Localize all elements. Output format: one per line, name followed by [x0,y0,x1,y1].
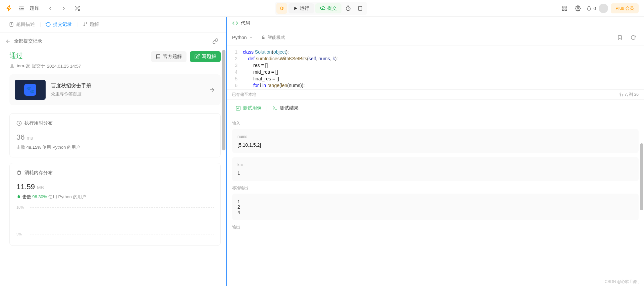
tab-description[interactable]: 题目描述 [5,19,38,29]
streak-count: 0 [593,6,596,11]
svg-rect-18 [565,6,567,8]
stdout-box: 1 2 4 [232,194,639,220]
svg-marker-11 [294,7,297,10]
svg-rect-17 [562,6,564,8]
logo[interactable] [5,4,13,12]
official-solution-button[interactable]: 官方题解 [151,51,186,62]
link-icon[interactable] [210,36,221,47]
submitted-at: 2024.01.25 14:57 [47,64,81,69]
language-select[interactable]: Python [232,35,253,40]
reset-icon[interactable] [628,32,639,43]
notes-icon[interactable] [355,3,366,14]
code-body[interactable]: class Solution(object): def sumIndicesWi… [243,49,644,87]
check-square-icon [235,105,241,111]
chevron-right-icon [209,86,215,93]
tab-test-case[interactable]: 测试用例 [232,103,265,113]
timer-icon[interactable] [343,3,354,14]
status-badge: 通过 [9,51,81,60]
svg-point-26 [11,64,13,66]
cursor-position: 行 7, 列 26 [620,92,639,97]
promo-card[interactable]: 🐾 百度秋招突击手册 众里寻你签百度 [9,74,221,105]
output-label: 输出 [232,224,639,230]
input-nums: [5,10,1,5,2] [237,142,633,148]
memory-value: 11.59 [16,183,35,191]
prev-problem-icon[interactable] [45,3,56,14]
memory-unit: MB [37,185,44,190]
code-editor[interactable]: 123456 class Solution(object): def sumIn… [227,46,644,89]
palm-icon [16,194,21,199]
left-tabs: 题目描述 | 提交记录 | 题解 [0,17,226,32]
clock-icon [16,121,22,126]
svg-rect-34 [262,37,264,39]
runtime-beats-pct: 48.15% [26,145,41,150]
svg-rect-35 [236,106,240,110]
promo-title: 百度秋招突击手册 [51,83,203,89]
tab-solutions[interactable]: 题解 [79,19,102,29]
input-label: 输入 [232,121,639,126]
baidu-paw-icon: 🐾 [24,84,36,96]
run-label: 运行 [300,5,309,11]
watermark: CSDN @心软且酷、 [604,279,641,285]
problems-link[interactable]: 题库 [30,5,40,11]
svg-rect-16 [358,6,362,10]
code-label: 代码 [241,20,250,26]
debug-icon[interactable] [276,3,287,14]
svg-rect-19 [562,9,564,10]
tab-test-result[interactable]: 测试结果 [269,103,302,113]
test-content: 输入 nums = [5,10,1,5,2] k = 1 标准输出 1 2 4 … [227,117,644,286]
saved-status: 已存储至本地 [232,92,256,97]
promo-subtitle: 众里寻你签百度 [51,91,203,97]
tab-divider: | [40,22,41,27]
input-k-box: k = 1 [232,157,639,181]
memory-icon [16,170,22,175]
sidebar-toggle-icon[interactable] [16,3,27,14]
stdout-value: 1 2 4 [237,199,633,215]
left-panel: 题目描述 | 提交记录 | 题解 全部提交记录 [0,17,227,286]
svg-rect-20 [565,9,567,10]
svg-rect-29 [18,171,20,174]
submit-button[interactable]: 提交 [315,3,341,13]
bookmark-icon[interactable] [614,32,625,43]
runtime-value: 36 [16,133,24,141]
write-solution-button[interactable]: 写题解 [190,51,221,62]
gutter: 123456 [227,49,243,87]
right-scrollbar[interactable] [640,117,643,286]
right-panel: 代码 Python 智能模式 [227,17,644,286]
runtime-header: 执行用时分布 [24,120,53,126]
svg-line-5 [75,6,76,8]
submit-label: 提交 [327,5,337,11]
memory-beats-pct: 96.30% [32,194,47,199]
author[interactable]: tom-张 [17,63,30,69]
plus-badge[interactable]: Plus 会员 [611,3,639,13]
left-scrollbar[interactable] [222,50,225,256]
memory-header: 消耗内存分布 [24,170,53,176]
input-k: 1 [237,170,633,176]
memory-chart: 10% 5% [16,205,214,239]
left-content: 通过 tom-张 提交于 2024.01.25 14:57 官方题解 [0,50,226,286]
svg-point-21 [577,7,579,9]
lock-icon [261,35,266,40]
breadcrumb[interactable]: 全部提交记录 [5,38,42,44]
memory-card: 消耗内存分布 11.59 MB 击败 96.30% 使用 Python 的用户 … [9,163,221,246]
chevron-down-icon [249,35,253,40]
submitted-prefix: 提交于 [32,63,45,69]
streak-counter[interactable]: 0 [586,5,596,11]
input-nums-box: nums = [5,10,1,5,2] [232,129,639,153]
settings-icon[interactable] [573,3,583,14]
apps-icon[interactable] [559,3,570,14]
svg-rect-6 [281,7,283,10]
code-icon [232,20,238,26]
avatar[interactable] [599,4,608,13]
main: 题目描述 | 提交记录 | 题解 全部提交记录 [0,17,644,286]
next-problem-icon[interactable] [58,3,69,14]
tab-submissions[interactable]: 提交记录 [42,19,75,29]
terminal-icon [272,105,278,111]
runtime-unit: ms [26,135,33,141]
tab-divider: | [76,22,78,27]
promo-image: 🐾 [15,80,46,100]
stdout-label: 标准输出 [232,185,639,191]
runtime-card: 执行用时分布 36 ms 击败 48.15% 使用 Python 的用户 [9,113,221,157]
shuffle-icon[interactable] [72,3,83,14]
run-button[interactable]: 运行 [288,3,314,13]
topbar: 题库 运行 提交 [0,0,644,17]
